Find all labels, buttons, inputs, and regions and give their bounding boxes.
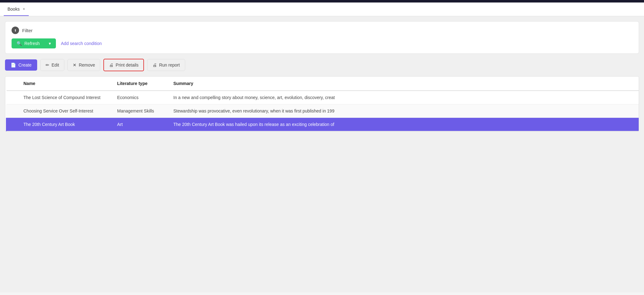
top-bar [0,0,644,2]
add-search-condition-link[interactable]: Add search condition [61,41,102,46]
tab-books[interactable]: Books × [4,2,29,16]
filter-toggle-symbol: ⬆ [14,29,17,32]
print-icon: 🖨 [109,62,113,68]
filter-panel: ⬆ Filter 🔍 Refresh ▾ Add search conditio… [5,21,639,54]
row-name: The 20th Century Art Book [18,118,112,131]
toolbar: 📄 Create ✏ Edit ✕ Remove 🖨 Print details… [5,59,639,71]
row-name: The Lost Science of Compound Interest [18,91,112,104]
row-lit-type: Art [112,118,168,131]
row-summary: The 20th Century Art Book was hailed upo… [168,118,639,131]
run-report-icon: 🖨 [152,62,157,68]
create-button[interactable]: 📄 Create [5,59,37,71]
row-checkbox [6,118,18,131]
edit-button[interactable]: ✏ Edit [40,59,64,71]
remove-label: Remove [79,62,95,68]
row-summary: Stewardship was provocative, even revolu… [168,104,639,118]
filter-toggle-icon[interactable]: ⬆ [12,27,19,34]
filter-actions: 🔍 Refresh ▾ Add search condition [12,38,632,48]
tab-books-label: Books [7,7,20,12]
col-checkbox [6,77,18,91]
create-label: Create [18,62,32,68]
run-report-button[interactable]: 🖨 Run report [147,59,185,71]
remove-button[interactable]: ✕ Remove [67,59,100,71]
row-checkbox [6,104,18,118]
print-details-button[interactable]: 🖨 Print details [103,59,144,71]
row-lit-type: Economics [112,91,168,104]
table-row[interactable]: Choosing Service Over Self-InterestManag… [6,104,639,118]
col-summary-header[interactable]: Summary [168,77,639,91]
run-report-label: Run report [159,62,180,68]
row-name: Choosing Service Over Self-Interest [18,104,112,118]
col-lit-header[interactable]: Literature type [112,77,168,91]
tab-close-icon[interactable]: × [23,7,25,11]
table-header-row: Name Literature type Summary [6,77,639,91]
refresh-label: Refresh [24,41,40,46]
refresh-button[interactable]: 🔍 Refresh ▾ [12,38,56,48]
filter-title: Filter [22,28,32,33]
row-lit-type: Management Skills [112,104,168,118]
row-summary: In a new and compelling story about mone… [168,91,639,104]
tab-bar: Books × [0,2,644,16]
filter-header: ⬆ Filter [12,27,632,34]
remove-icon: ✕ [73,62,77,68]
search-icon: 🔍 [17,41,22,46]
edit-label: Edit [52,62,59,68]
row-checkbox [6,91,18,104]
table-row[interactable]: The 20th Century Art BookArtThe 20th Cen… [6,118,639,131]
edit-icon: ✏ [46,62,49,68]
refresh-dropdown-icon: ▾ [49,41,51,46]
create-icon: 📄 [11,62,16,68]
col-name-header[interactable]: Name [18,77,112,91]
table-row[interactable]: The Lost Science of Compound InterestEco… [6,91,639,104]
page-content: ⬆ Filter 🔍 Refresh ▾ Add search conditio… [0,16,644,292]
print-label: Print details [116,62,138,68]
books-table: Name Literature type Summary The Lost Sc… [5,76,639,132]
